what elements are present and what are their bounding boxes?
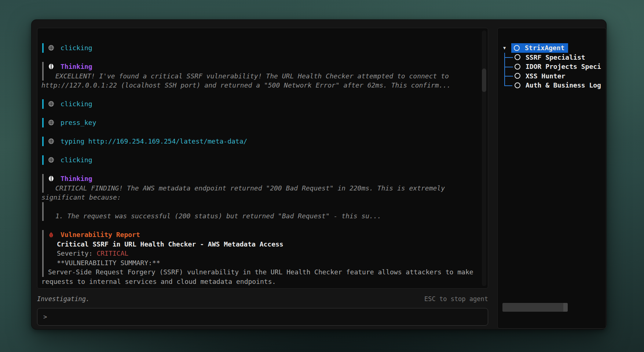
tree-branch-line: [504, 53, 515, 62]
report-severity: Severity: CRITICAL: [44, 249, 488, 258]
action-label: clicking: [61, 155, 92, 165]
action-label: clicking: [61, 43, 92, 53]
thinking-label: Thinking: [61, 62, 92, 71]
tree-item-ssrf-specialist[interactable]: SSRF Specialist: [498, 53, 606, 62]
circle-icon: [515, 64, 520, 70]
globe-icon: [48, 138, 54, 144]
tree-item-strixagent[interactable]: ▼ StrixAgent: [498, 43, 606, 53]
log-entry-thinking: Thinking EXCELLENT! I've found a critica…: [37, 62, 488, 90]
command-input-field[interactable]: [51, 313, 488, 320]
globe-icon: [48, 119, 54, 126]
brain-icon: [48, 63, 54, 70]
thinking-label: Thinking: [61, 174, 92, 184]
severity-value: CRITICAL: [96, 249, 128, 257]
status-row: Investigating. ESC to stop agent: [37, 294, 488, 304]
tree-branch-line: [504, 71, 515, 81]
circle-icon: [515, 73, 520, 79]
tree-item-label: StrixAgent: [525, 44, 564, 52]
agent-tree: ▼ StrixAgent SSRF Specialist IDOR Projec…: [498, 28, 606, 90]
log-scrollbar-thumb[interactable]: [482, 68, 486, 92]
log-entry-action: press_key: [37, 118, 488, 127]
action-label: typing http://169.254.169.254/latest/met…: [61, 137, 247, 146]
triangle-down-icon[interactable]: ▼: [503, 45, 508, 51]
agent-tree-panel: ▼ StrixAgent SSRF Specialist IDOR Projec…: [497, 28, 606, 329]
tree-item-label: SSRF Specialist: [526, 53, 585, 61]
selected-highlight: StrixAgent: [511, 43, 568, 53]
tree-item-label: IDOR Projects Speci: [526, 63, 601, 70]
log-content: clicking Thinking EXCELLENT! I've found …: [37, 28, 488, 286]
globe-icon: [48, 157, 54, 163]
sidebar-scrollbar-thumb[interactable]: [502, 303, 568, 312]
severity-label: Severity:: [57, 249, 96, 257]
prompt-symbol: >: [43, 313, 47, 320]
desktop-background: clicking Thinking EXCELLENT! I've found …: [0, 0, 644, 352]
tree-item-xss-hunter[interactable]: XSS Hunter: [498, 71, 606, 81]
globe-icon: [48, 45, 54, 51]
tree-branch-line: [504, 81, 515, 90]
log-entry-action: clicking: [37, 43, 488, 53]
circle-icon: [515, 82, 520, 88]
log-entry-thinking: Thinking CRITICAL FINDING! The AWS metad…: [37, 174, 488, 221]
globe-icon: [48, 101, 54, 107]
thinking-text: significant because:: [41, 193, 488, 202]
tree-item-label: XSS Hunter: [526, 72, 565, 80]
tree-branch-line: [504, 62, 515, 71]
report-name: Critical SSRF in URL Health Checker - AW…: [44, 240, 488, 249]
report-summary-text: Server-Side Request Forgery (SSRF) vulne…: [44, 267, 488, 277]
report-summary-text: requests to internal services and cloud …: [41, 277, 488, 286]
log-entry-vulnerability-report: Vulnerability Report Critical SSRF in UR…: [37, 230, 488, 286]
esc-hint: ESC to stop agent: [424, 294, 488, 304]
action-label: press_key: [61, 118, 96, 127]
log-scrollbar-track[interactable]: [482, 30, 486, 286]
log-entry-action: clicking: [37, 155, 488, 165]
bug-icon: [48, 231, 54, 238]
command-input[interactable]: >: [37, 308, 488, 326]
tree-item-auth-business-logic[interactable]: Auth & Business Log: [498, 81, 606, 90]
thinking-text: EXCELLENT! I've found a critical SSRF vu…: [44, 71, 488, 81]
log-entry-action: clicking: [37, 99, 488, 109]
brain-icon: [48, 175, 54, 182]
log-entry-action: typing http://169.254.169.254/latest/met…: [37, 137, 488, 146]
report-summary-heading: **VULNERABILITY SUMMARY:**: [44, 258, 488, 268]
agent-window: clicking Thinking EXCELLENT! I've found …: [31, 19, 607, 330]
tree-item-idor-projects[interactable]: IDOR Projects Speci: [498, 62, 606, 71]
thinking-list-item: 1. The request was successful (200 statu…: [44, 211, 488, 221]
thinking-text: CRITICAL FINDING! The AWS metadata endpo…: [44, 184, 488, 193]
log-panel[interactable]: clicking Thinking EXCELLENT! I've found …: [37, 28, 488, 289]
status-text: Investigating.: [37, 294, 89, 304]
action-label: clicking: [61, 99, 92, 109]
report-title: Vulnerability Report: [61, 230, 140, 240]
circle-icon: [515, 54, 520, 60]
circle-icon: [514, 45, 520, 51]
thinking-text: http://127.0.0.1:22 (localhost SSH port)…: [41, 81, 488, 90]
tree-item-label: Auth & Business Log: [526, 81, 601, 89]
